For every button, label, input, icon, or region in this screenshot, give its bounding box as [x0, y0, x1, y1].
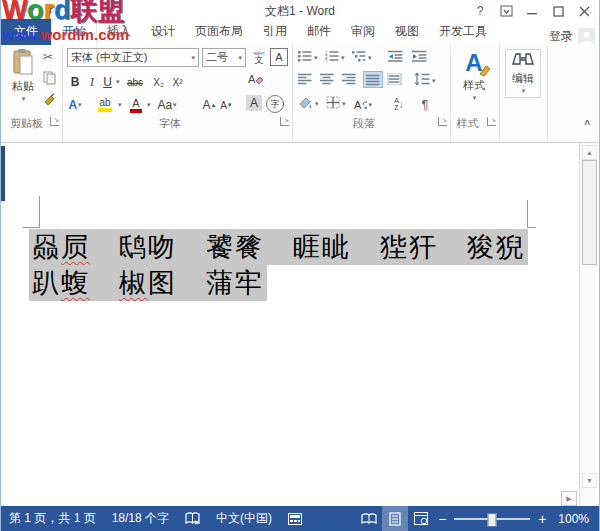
scrollbar-thumb[interactable] — [582, 160, 597, 265]
font-color-dropdown-icon[interactable]: ▾ — [147, 101, 151, 109]
clipboard-group-label: 剪贴板 — [1, 116, 52, 131]
spellcheck-icon[interactable] — [177, 512, 208, 526]
align-right-icon[interactable] — [342, 73, 356, 85]
zoom-slider-thumb[interactable] — [488, 513, 497, 527]
borders-dropdown-icon[interactable]: ▾ — [342, 100, 346, 108]
scroll-right-icon[interactable]: ▶ — [561, 491, 577, 506]
sign-in[interactable]: 登录 — [549, 28, 599, 45]
macro-record-icon[interactable] — [280, 513, 310, 525]
sort-button[interactable]: A Z ↓ — [390, 94, 408, 114]
paragraph-dialog-launcher-icon[interactable]: ↘ — [438, 117, 447, 126]
decrease-indent-icon[interactable] — [388, 50, 403, 62]
tab-references[interactable]: 引用 — [253, 19, 297, 45]
zoom-slider[interactable] — [454, 506, 530, 531]
tab-mailings[interactable]: 邮件 — [297, 19, 341, 45]
line-spacing-icon[interactable] — [414, 73, 430, 85]
underline-dropdown-icon[interactable]: ▾ — [116, 78, 120, 86]
svg-text:3: 3 — [325, 59, 328, 63]
language-indicator[interactable]: 中文(中国) — [208, 510, 280, 527]
save-icon[interactable] — [5, 2, 17, 20]
paste-button[interactable]: 粘贴 ▾ — [6, 48, 40, 103]
shading-dropdown-icon[interactable]: ▾ — [315, 100, 319, 108]
numbering-icon[interactable]: 123 — [325, 50, 339, 62]
change-case-button[interactable]: Aa▾ — [157, 95, 177, 115]
tab-insert[interactable]: 插入 — [97, 19, 141, 45]
scroll-up-icon[interactable]: ▲ — [582, 145, 597, 160]
scroll-down-icon[interactable]: ▼ — [582, 473, 597, 488]
tab-design[interactable]: 设计 — [141, 19, 185, 45]
zoom-percentage[interactable]: 100% — [550, 512, 599, 526]
increase-indent-icon[interactable] — [412, 50, 427, 62]
line-spacing-dropdown-icon[interactable]: ▾ — [432, 77, 436, 85]
bullets-dropdown-icon[interactable]: ▾ — [314, 54, 318, 62]
font-dialog-launcher-icon[interactable]: ↘ — [280, 117, 289, 126]
touch-mode-dropdown-icon[interactable]: ▾ — [64, 7, 68, 15]
font-size-select[interactable]: 二号 ▾ — [202, 48, 246, 67]
vertical-scrollbar[interactable]: ▲ ▼ — [579, 143, 597, 506]
zoom-out-icon[interactable]: − — [434, 511, 450, 527]
tab-view[interactable]: 视图 — [385, 19, 429, 45]
web-layout-icon[interactable] — [408, 506, 434, 531]
text-effects-button[interactable]: A▾ — [67, 95, 83, 115]
help-icon[interactable]: ? — [467, 1, 493, 21]
clipboard-dialog-launcher-icon[interactable]: ↘ — [50, 117, 59, 126]
character-border-button[interactable]: A — [270, 48, 288, 66]
styles-button[interactable]: A 样式 ▾ — [457, 49, 491, 102]
styles-dialog-launcher-icon[interactable]: ↘ — [487, 117, 496, 126]
ribbon-display-options-icon[interactable] — [493, 1, 519, 21]
page-indicator[interactable]: 第 1 页，共 1 页 — [1, 510, 104, 527]
clear-formatting-icon[interactable]: A — [248, 72, 264, 87]
read-mode-icon[interactable] — [356, 506, 382, 531]
tab-review[interactable]: 审阅 — [341, 19, 385, 45]
tab-page-layout[interactable]: 页面布局 — [185, 19, 253, 45]
highlight-dropdown-icon[interactable]: ▾ — [118, 101, 122, 109]
word-count[interactable]: 18/18 个字 — [104, 510, 177, 527]
asian-layout-button[interactable]: A ▾ — [354, 95, 372, 115]
underline-button[interactable]: U — [101, 72, 114, 92]
strikethrough-button[interactable]: abc — [124, 72, 146, 92]
distribute-text-icon[interactable] — [387, 73, 402, 85]
multilevel-list-icon[interactable] — [352, 50, 366, 62]
close-icon[interactable] — [571, 1, 597, 21]
font-color-button[interactable]: A — [128, 95, 144, 115]
subscript-button[interactable]: X₂ — [150, 72, 167, 92]
print-layout-icon[interactable] — [382, 506, 408, 531]
format-painter-icon[interactable] — [43, 93, 56, 107]
character-shading-button[interactable]: A — [246, 95, 262, 111]
binoculars-icon — [512, 52, 534, 70]
minimize-icon[interactable] — [519, 1, 545, 21]
tab-home[interactable]: 开始 — [51, 18, 97, 45]
align-left-icon[interactable] — [298, 73, 312, 85]
document-line[interactable]: 赑屃 鸱吻 饕餮 睚眦 狴犴 狻猊 — [29, 229, 528, 265]
bold-button[interactable]: B — [68, 72, 82, 92]
highlight-color-button[interactable]: ab — [95, 95, 115, 115]
numbering-dropdown-icon[interactable]: ▾ — [341, 54, 345, 62]
cut-icon[interactable]: ✂ — [43, 50, 53, 64]
document-area[interactable]: 赑屃 鸱吻 饕餮 睚眦 狴犴 狻猊 趴蝮 椒图 蒲牢 ▲ ▼ ▶ — [1, 143, 599, 506]
justify-icon[interactable] — [363, 71, 383, 88]
shading-icon[interactable] — [298, 96, 313, 109]
document-line[interactable]: 趴蝮 椒图 蒲牢 — [29, 265, 267, 301]
customize-qat-icon[interactable]: ▾ — [75, 8, 79, 15]
tab-file[interactable]: 文件 — [1, 19, 51, 45]
phonetic-bottom: 文 — [255, 56, 264, 65]
superscript-button[interactable]: X² — [169, 72, 186, 92]
editing-button[interactable]: 编辑 ▾ — [505, 49, 541, 98]
multilevel-dropdown-icon[interactable]: ▾ — [368, 54, 372, 62]
align-center-icon[interactable] — [320, 73, 334, 85]
italic-button[interactable]: I — [86, 72, 98, 92]
bullets-icon[interactable] — [298, 50, 312, 62]
enclose-characters-button[interactable]: 字 — [266, 95, 284, 113]
undo-icon[interactable] — [24, 2, 37, 20]
tab-developer[interactable]: 开发工具 — [429, 19, 497, 45]
borders-icon[interactable] — [326, 96, 340, 109]
zoom-in-icon[interactable]: + — [534, 511, 550, 527]
grow-font-button[interactable]: A▲ — [202, 95, 217, 115]
collapse-ribbon-icon[interactable]: ^ — [584, 119, 590, 130]
show-hide-marks-button[interactable]: ¶ — [418, 94, 432, 114]
copy-icon[interactable] — [43, 71, 56, 85]
shrink-font-button[interactable]: A▼ — [219, 95, 234, 115]
maximize-icon[interactable] — [545, 1, 571, 21]
phonetic-guide-button[interactable]: wén 文 — [250, 47, 268, 67]
font-name-select[interactable]: 宋体 (中文正文) ▾ — [67, 48, 199, 67]
